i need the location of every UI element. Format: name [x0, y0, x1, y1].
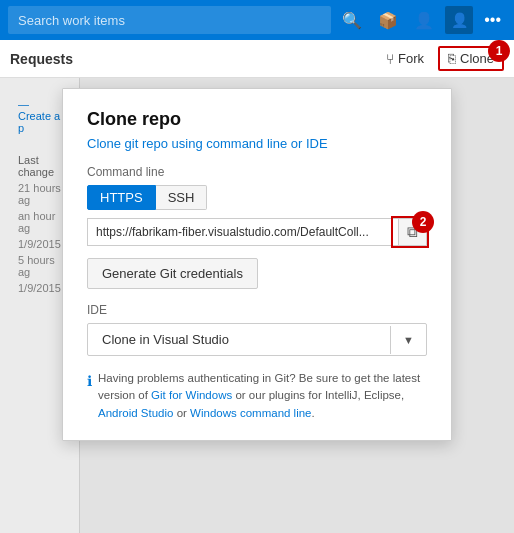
search-input[interactable] — [8, 6, 331, 34]
top-bar: 🔍 📦 👤 👤 ••• — [0, 0, 514, 40]
clone-icon: ⎘ — [448, 51, 456, 66]
android-studio-link[interactable]: Android Studio — [98, 407, 173, 419]
fork-icon: ⑂ — [386, 51, 394, 67]
info-icon: ℹ — [87, 371, 92, 392]
more-icon[interactable]: ••• — [479, 7, 506, 33]
command-section-label: Command line — [87, 165, 427, 179]
avatar[interactable]: 👤 — [445, 6, 473, 34]
modal-overlay: Clone repo Clone git repo using command … — [0, 78, 514, 533]
copy-badge: 2 — [412, 211, 434, 233]
windows-cli-link[interactable]: Windows command line — [190, 407, 311, 419]
tab-ssh[interactable]: SSH — [156, 185, 208, 210]
fork-button[interactable]: ⑂ Fork — [378, 47, 432, 71]
info-box: ℹ Having problems authenticating in Git?… — [87, 370, 427, 422]
clone-modal: Clone repo Clone git repo using command … — [62, 88, 452, 441]
clone-vs-chevron[interactable]: ▼ — [390, 326, 426, 354]
url-row: https://fabrikam-fiber.visualstudio.com/… — [87, 218, 427, 246]
modal-title: Clone repo — [87, 109, 427, 130]
protocol-tabs: HTTPS SSH — [87, 185, 427, 210]
search-icon[interactable]: 🔍 — [337, 7, 367, 34]
repo-url: https://fabrikam-fiber.visualstudio.com/… — [88, 219, 398, 245]
people-icon[interactable]: 👤 — [409, 7, 439, 34]
git-windows-link[interactable]: Git for Windows — [151, 389, 232, 401]
ide-section-label: IDE — [87, 303, 427, 317]
clone-vs-row: Clone in Visual Studio ▼ — [87, 323, 427, 356]
page-title: Requests — [10, 51, 73, 67]
clone-badge: 1 — [488, 40, 510, 62]
info-text: Having problems authenticating in Git? B… — [98, 370, 427, 422]
fork-label: Fork — [398, 51, 424, 66]
tab-https[interactable]: HTTPS — [87, 185, 156, 210]
modal-subtitle: Clone git repo using command line or IDE — [87, 136, 427, 151]
sub-bar: Requests ⑂ Fork ⎘ Clone 1 — [0, 40, 514, 78]
generate-credentials-button[interactable]: Generate Git credentials — [87, 258, 258, 289]
inbox-icon[interactable]: 📦 — [373, 7, 403, 34]
clone-in-vs-button[interactable]: Clone in Visual Studio — [88, 324, 390, 355]
main-area: — Create a p Last change 21 hours ag an … — [0, 78, 514, 533]
sub-bar-actions: ⑂ Fork ⎘ Clone 1 — [378, 46, 504, 71]
